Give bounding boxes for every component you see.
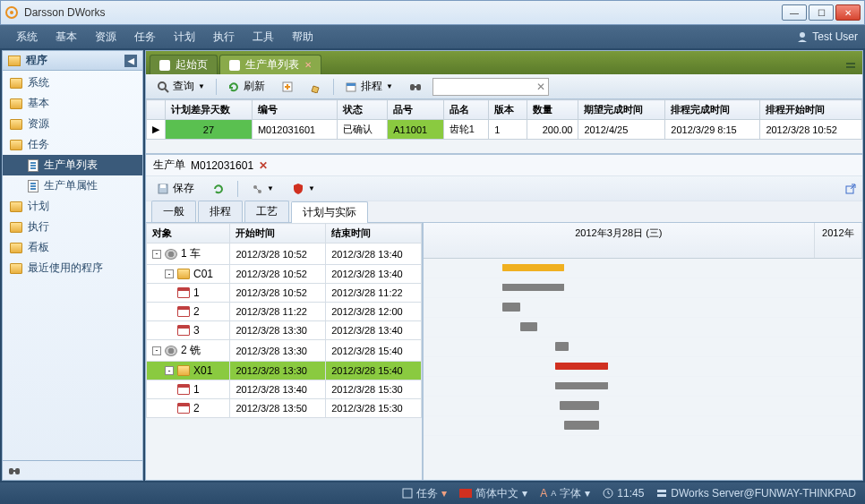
gear-icon (165, 346, 177, 356)
col-sched-start[interactable]: 排程开始时间 (760, 100, 862, 120)
status-server[interactable]: DWorks Server@FUNWAY-THINKPAD (656, 487, 856, 500)
pcol-start[interactable]: 开始时间 (230, 224, 326, 243)
clear-search-button[interactable]: ✕ (536, 81, 545, 93)
binoculars-icon[interactable] (8, 465, 21, 477)
close-button[interactable]: ✕ (835, 4, 861, 21)
sidebar-item[interactable]: 生产单列表 (3, 155, 142, 175)
tab-start-page[interactable]: 起始页 (150, 55, 218, 74)
plan-row[interactable]: -1 车2012/3/28 10:522012/3/28 13:40 (147, 243, 422, 265)
plan-row[interactable]: -C012012/3/28 10:522012/3/28 13:40 (147, 265, 422, 284)
close-detail-button[interactable]: ✕ (259, 159, 268, 172)
menu-plan[interactable]: 计划 (165, 26, 204, 48)
schedule-button[interactable]: 排程 ▼ (339, 77, 398, 96)
sidebar-item[interactable]: 资源 (3, 114, 142, 134)
link-button[interactable]: ▼ (245, 181, 279, 197)
gantt-bar[interactable] (560, 401, 599, 410)
grid-row[interactable]: ▶ 27 M012031601 已确认 A11001 齿轮1 1 200.00 … (147, 120, 862, 140)
dtab-general[interactable]: 一般 (151, 201, 196, 222)
plan-row[interactable]: 32012/3/28 13:302012/3/28 13:40 (147, 321, 422, 340)
col-status[interactable]: 状态 (337, 100, 387, 120)
cal-icon (177, 325, 190, 336)
gantt-chart[interactable]: 2012年3月28日 (三) 2012年 (424, 223, 862, 480)
sidebar-item[interactable]: 生产单属性 (3, 175, 142, 196)
popout-button[interactable] (844, 183, 857, 195)
search-icon (157, 81, 169, 93)
status-language[interactable]: 简体中文 ▾ (459, 486, 527, 501)
shield-button[interactable]: ▼ (287, 181, 321, 197)
minimize-button[interactable]: — (782, 4, 807, 21)
refresh-detail-button[interactable] (207, 181, 230, 197)
plan-row[interactable]: 22012/3/28 11:222012/3/28 12:00 (147, 303, 422, 321)
collapse-sidebar-button[interactable]: ◀ (124, 55, 137, 67)
query-button[interactable]: 查询 ▼ (151, 77, 210, 96)
svg-rect-25 (657, 494, 666, 497)
sidebar-item[interactable]: 看板 (3, 237, 142, 258)
gantt-bar[interactable] (555, 342, 569, 351)
menu-basic[interactable]: 基本 (47, 26, 86, 48)
status-task[interactable]: 任务 ▾ (402, 486, 447, 501)
tab-close-button[interactable]: ✕ (304, 60, 312, 70)
folder-icon (10, 222, 22, 233)
col-sched-end[interactable]: 排程完成时间 (665, 100, 760, 120)
gantt-bar[interactable] (555, 363, 608, 370)
menu-tools[interactable]: 工具 (244, 26, 283, 48)
col-diff[interactable]: 计划差异天数 (166, 100, 253, 120)
plan-row[interactable]: -X012012/3/28 13:302012/3/28 15:40 (147, 362, 422, 380)
row-indicator-icon: ▶ (147, 120, 166, 140)
refresh-button[interactable]: 刷新 (222, 77, 270, 96)
dtab-plan-actual[interactable]: 计划与实际 (291, 201, 368, 223)
sidebar-item[interactable]: 最近使用的程序 (3, 258, 142, 278)
svg-rect-24 (657, 490, 666, 492)
col-pno[interactable]: 品号 (388, 100, 444, 120)
menu-task[interactable]: 任务 (125, 26, 165, 48)
sidebar-item[interactable]: 基本 (3, 93, 142, 114)
col-ver[interactable]: 版本 (489, 100, 527, 120)
search-input[interactable] (432, 78, 549, 96)
maximize-button[interactable]: ☐ (809, 4, 834, 21)
dtab-process[interactable]: 工艺 (244, 201, 289, 222)
plan-row[interactable]: 12012/3/28 10:522012/3/28 11:22 (147, 284, 422, 303)
status-bar: 任务 ▾ 简体中文 ▾ AA 字体 ▾ 11:45 DWorks Server@… (0, 483, 865, 504)
gantt-bar[interactable] (502, 303, 520, 312)
tree-toggle[interactable]: - (152, 250, 161, 259)
home-icon (159, 60, 170, 71)
col-due[interactable]: 期望完成时间 (578, 100, 665, 120)
tree-toggle[interactable]: - (152, 346, 161, 355)
plan-row[interactable]: 22012/3/28 13:502012/3/28 15:30 (147, 399, 422, 418)
search-box: ✕ (432, 78, 549, 96)
pcol-obj[interactable]: 对象 (147, 224, 230, 243)
sidebar-item[interactable]: 执行 (3, 217, 142, 237)
dtab-schedule[interactable]: 排程 (198, 201, 243, 222)
col-qty[interactable]: 数量 (527, 100, 578, 120)
sidebar-item[interactable]: 任务 (3, 134, 142, 155)
new-button[interactable] (276, 79, 299, 95)
sidebar-item[interactable]: 系统 (3, 73, 142, 93)
find-button[interactable] (404, 79, 427, 95)
menu-resource[interactable]: 资源 (86, 26, 125, 48)
sidebar-item-label: 生产单列表 (44, 158, 98, 173)
tab-overflow-icon[interactable] (844, 60, 859, 74)
gantt-bar[interactable] (564, 421, 599, 430)
sidebar-item[interactable]: 计划 (3, 196, 142, 217)
gantt-bar[interactable] (520, 322, 538, 331)
plan-row[interactable]: 12012/3/28 13:402012/3/28 15:30 (147, 380, 422, 399)
gantt-bar[interactable] (502, 264, 564, 271)
menu-exec[interactable]: 执行 (204, 26, 244, 48)
status-font[interactable]: AA 字体 ▾ (540, 486, 590, 501)
gantt-bar[interactable] (502, 284, 564, 291)
tab-order-list[interactable]: 生产单列表 ✕ (219, 55, 321, 74)
menu-system[interactable]: 系统 (7, 26, 47, 48)
col-pname[interactable]: 品名 (443, 100, 488, 120)
tree-toggle[interactable]: - (165, 269, 174, 278)
popout-icon (844, 183, 857, 195)
plan-row[interactable]: -2 铣2012/3/28 13:302012/3/28 15:40 (147, 340, 422, 362)
pcol-end[interactable]: 结束时间 (326, 224, 422, 243)
tree-toggle[interactable]: - (165, 366, 174, 375)
current-user[interactable]: Test User (796, 30, 858, 43)
save-button[interactable]: 保存 (151, 179, 200, 198)
menu-help[interactable]: 帮助 (283, 26, 322, 48)
edit-button[interactable] (304, 79, 328, 95)
gantt-bar[interactable] (555, 382, 608, 389)
gantt-row (424, 337, 862, 357)
col-no[interactable]: 编号 (252, 100, 337, 120)
